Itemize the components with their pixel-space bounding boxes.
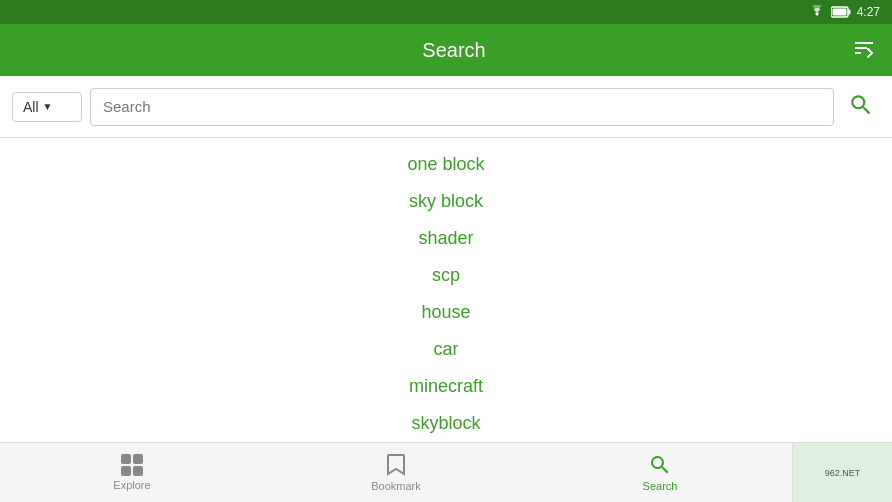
search-area: All ▼	[0, 76, 892, 138]
bookmark-label: Bookmark	[371, 480, 421, 492]
battery-icon	[831, 6, 851, 18]
filter-dropdown[interactable]: All ▼	[12, 92, 82, 122]
suggestion-item[interactable]: scp	[0, 257, 892, 294]
main-content: All ▼ one blocksky blockshaderscphouseca…	[0, 76, 892, 442]
time-display: 4:27	[857, 5, 880, 19]
search-nav-label: Search	[643, 480, 678, 492]
sort-button[interactable]	[852, 36, 876, 65]
bottom-nav: Explore Bookmark Search 962.NET	[0, 442, 892, 502]
explore-label: Explore	[113, 479, 150, 491]
nav-item-search[interactable]: Search	[528, 453, 792, 492]
watermark: 962.NET	[792, 443, 892, 503]
page-title: Search	[56, 39, 852, 62]
suggestion-item[interactable]: car	[0, 331, 892, 368]
search-input[interactable]	[90, 88, 834, 126]
wifi-icon	[809, 5, 825, 19]
suggestion-item[interactable]: one block	[0, 146, 892, 183]
suggestion-item[interactable]: skyblock	[0, 405, 892, 442]
status-bar-right: 4:27	[809, 5, 880, 19]
svg-rect-2	[832, 9, 846, 16]
top-app-bar: Search	[0, 24, 892, 76]
nav-item-explore[interactable]: Explore	[0, 454, 264, 491]
suggestion-item[interactable]: minecraft	[0, 368, 892, 405]
nav-item-bookmark[interactable]: Bookmark	[264, 453, 528, 492]
search-submit-button[interactable]	[842, 86, 880, 127]
search-nav-icon	[648, 453, 672, 477]
status-bar: 4:27	[0, 0, 892, 24]
explore-icon	[121, 454, 143, 476]
search-icon	[848, 92, 874, 118]
suggestion-item[interactable]: house	[0, 294, 892, 331]
bookmark-icon	[386, 453, 406, 477]
suggestion-item[interactable]: shader	[0, 220, 892, 257]
svg-rect-1	[848, 10, 850, 15]
suggestion-item[interactable]: sky block	[0, 183, 892, 220]
chevron-down-icon: ▼	[43, 101, 53, 112]
suggestions-list: one blocksky blockshaderscphousecarminec…	[0, 138, 892, 442]
filter-label: All	[23, 99, 39, 115]
